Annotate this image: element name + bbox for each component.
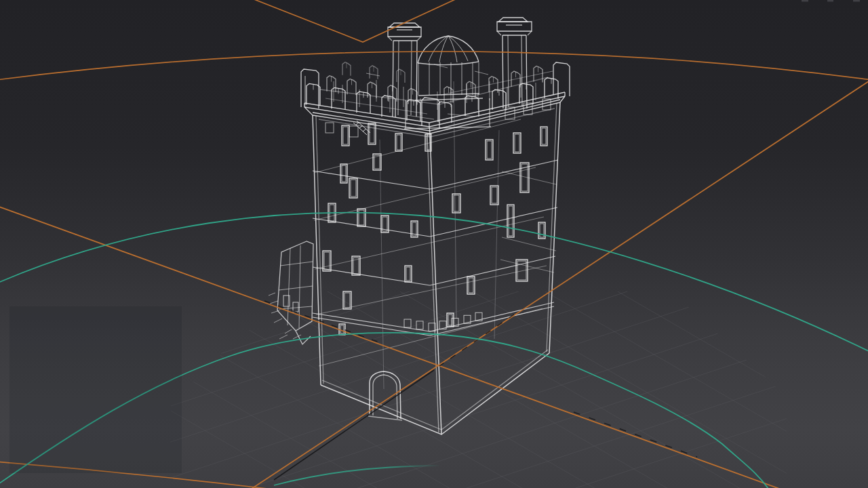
- top-edge-artifacts: [802, 0, 860, 2]
- castle-wireframe: [269, 18, 570, 434]
- viewport: 3D MastroCraft .com THE CREATIVE WAY GEO…: [0, 0, 868, 488]
- watermark-panel: [9, 306, 182, 473]
